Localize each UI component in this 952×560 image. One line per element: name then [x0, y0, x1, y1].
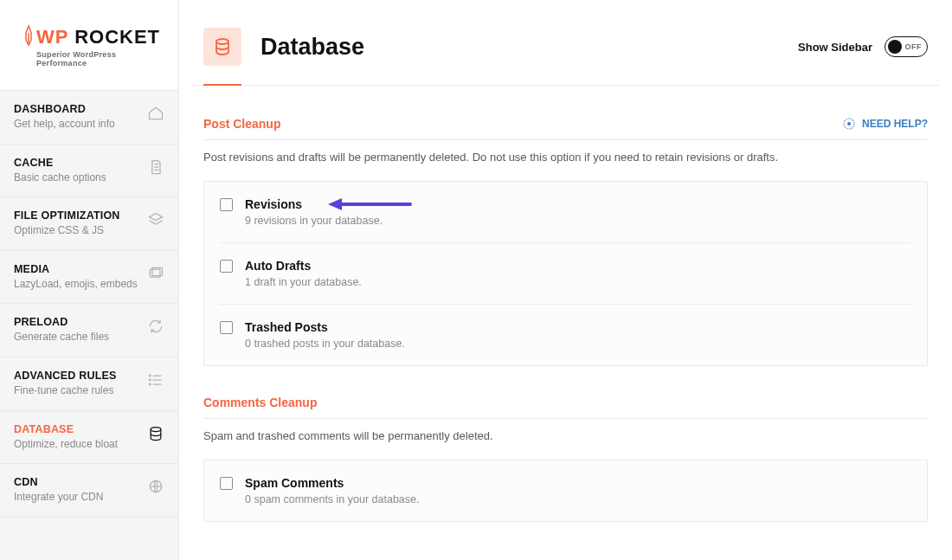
brand-tagline: Superior WordPress Performance: [36, 50, 163, 68]
sidebar-item-preload[interactable]: PRELOAD Generate cache files: [0, 304, 178, 357]
auto-drafts-checkbox[interactable]: [220, 260, 233, 273]
images-icon: [147, 265, 164, 282]
sidebar-item-cache[interactable]: CACHE Basic cache options: [0, 145, 178, 198]
brand-part1: WP: [36, 26, 68, 48]
nav-sub: Basic cache options: [14, 171, 106, 185]
globe-icon: [147, 478, 164, 495]
show-sidebar-toggle[interactable]: OFF: [884, 36, 928, 57]
nav-sub: Optimize CSS & JS: [14, 224, 120, 238]
option-sub: 0 spam comments in your database.: [245, 493, 911, 505]
show-sidebar-label: Show Sidebar: [798, 41, 872, 54]
brand-logo: WP ROCKET Superior WordPress Performance: [0, 0, 178, 91]
sidebar-item-file-optimization[interactable]: FILE OPTIMIZATION Optimize CSS & JS: [0, 197, 178, 251]
svg-point-8: [216, 39, 228, 44]
section-title: Post Cleanup: [203, 117, 280, 131]
option-title: Trashed Posts: [245, 320, 911, 334]
svg-point-5: [150, 383, 151, 385]
sidebar-item-cdn[interactable]: CDN Integrate your CDN: [0, 464, 178, 518]
option-spam-comments: Spam Comments 0 spam comments in your da…: [220, 460, 911, 521]
list-icon: [147, 371, 164, 389]
nav-sub: Get help, account info: [14, 118, 115, 132]
spam-comments-checkbox[interactable]: [220, 477, 233, 490]
sidebar-item-advanced-rules[interactable]: ADVANCED RULES Fine-tune cache rules: [0, 357, 178, 411]
need-help-link[interactable]: NEED HELP?: [842, 117, 928, 131]
nav-title: CACHE: [14, 157, 106, 169]
option-trashed-posts: Trashed Posts 0 trashed posts in your da…: [220, 305, 911, 365]
svg-point-10: [847, 122, 851, 126]
option-revisions: Revisions 9 revisions in your database.: [220, 182, 911, 243]
section-header-post-cleanup: Post Cleanup NEED HELP?: [203, 117, 928, 140]
nav-title: ADVANCED RULES: [14, 370, 117, 382]
need-help-text: NEED HELP?: [862, 118, 928, 130]
page-title: Database: [261, 34, 364, 61]
sidebar-item-media[interactable]: MEDIA LazyLoad, emojis, embeds: [0, 251, 178, 305]
nav-title: FILE OPTIMIZATION: [14, 209, 120, 222]
comments-cleanup-options: Spam Comments 0 spam comments in your da…: [203, 460, 928, 522]
section-header-comments-cleanup: Comments Cleanup: [203, 396, 928, 419]
revisions-checkbox[interactable]: [220, 198, 233, 211]
layers-icon: [147, 211, 164, 229]
option-title: Revisions: [245, 197, 911, 211]
svg-point-3: [150, 375, 151, 377]
nav-sub: Optimize, reduce bloat: [14, 438, 118, 452]
section-desc: Post revisions and drafts will be perman…: [203, 151, 928, 164]
nav-sub: Generate cache files: [14, 331, 109, 344]
option-sub: 9 revisions in your database.: [245, 215, 911, 227]
help-icon: [842, 117, 856, 131]
section-desc: Spam and trashed comments will be perman…: [203, 429, 928, 442]
toggle-state: OFF: [905, 42, 923, 51]
option-sub: 0 trashed posts in your database.: [245, 338, 911, 350]
trashed-posts-checkbox[interactable]: [220, 321, 233, 334]
nav-sub: Fine-tune cache rules: [14, 384, 117, 398]
section-title: Comments Cleanup: [203, 396, 317, 409]
option-auto-drafts: Auto Drafts 1 draft in your database.: [220, 243, 911, 305]
brand-part2: ROCKET: [74, 26, 160, 48]
nav-title: DASHBOARD: [14, 103, 115, 115]
page-icon: [147, 158, 164, 176]
panel: Database Show Sidebar OFF Post Cleanup N…: [191, 12, 940, 522]
database-header-icon: [203, 28, 241, 66]
panel-header: Database Show Sidebar OFF: [191, 12, 940, 86]
sidebar-item-dashboard[interactable]: DASHBOARD Get help, account info: [0, 91, 178, 145]
nav-sub: LazyLoad, emojis, embeds: [14, 278, 138, 292]
nav-sub: Integrate your CDN: [14, 491, 103, 505]
option-sub: 1 draft in your database.: [245, 276, 911, 288]
svg-point-6: [151, 427, 161, 431]
panel-body: Post Cleanup NEED HELP? Post revisions a…: [191, 86, 940, 522]
main: Database Show Sidebar OFF Post Cleanup N…: [179, 0, 952, 560]
option-title: Auto Drafts: [245, 259, 911, 273]
sidebar-item-database[interactable]: DATABASE Optimize, reduce bloat: [0, 411, 178, 465]
svg-point-4: [150, 379, 151, 381]
database-icon: [147, 425, 164, 442]
nav-title: DATABASE: [14, 423, 118, 435]
option-title: Spam Comments: [245, 476, 911, 490]
nav-title: PRELOAD: [14, 316, 109, 328]
nav-title: CDN: [14, 476, 103, 488]
home-icon: [147, 105, 164, 122]
sidebar: WP ROCKET Superior WordPress Performance…: [0, 0, 179, 560]
post-cleanup-options: Revisions 9 revisions in your database. …: [203, 181, 928, 366]
nav: DASHBOARD Get help, account info CACHE B…: [0, 91, 178, 560]
refresh-icon: [147, 318, 164, 335]
rocket-logo-icon: [23, 24, 35, 47]
nav-title: MEDIA: [14, 263, 138, 275]
